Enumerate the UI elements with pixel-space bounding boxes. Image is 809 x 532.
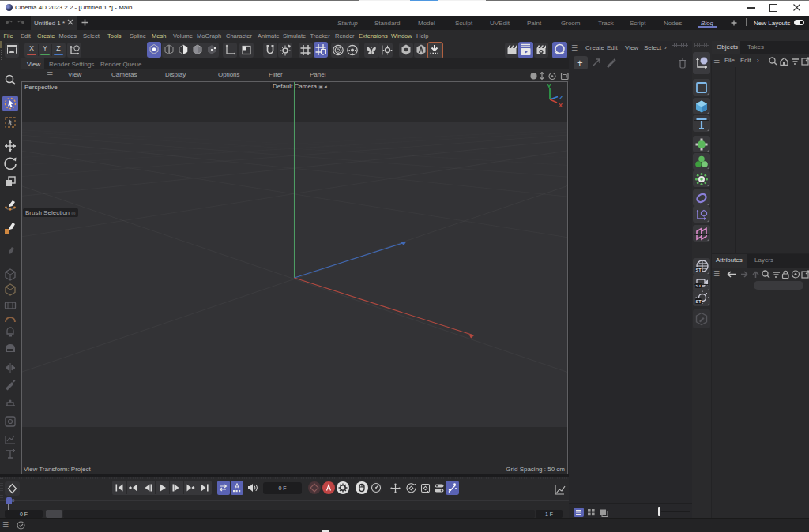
svg-text:ST: ST <box>695 268 702 272</box>
svg-text:Z: Z <box>559 94 563 101</box>
svg-text:Y: Y <box>547 83 551 90</box>
svg-text:ST: ST <box>695 299 702 304</box>
svg-text:X: X <box>559 102 563 109</box>
